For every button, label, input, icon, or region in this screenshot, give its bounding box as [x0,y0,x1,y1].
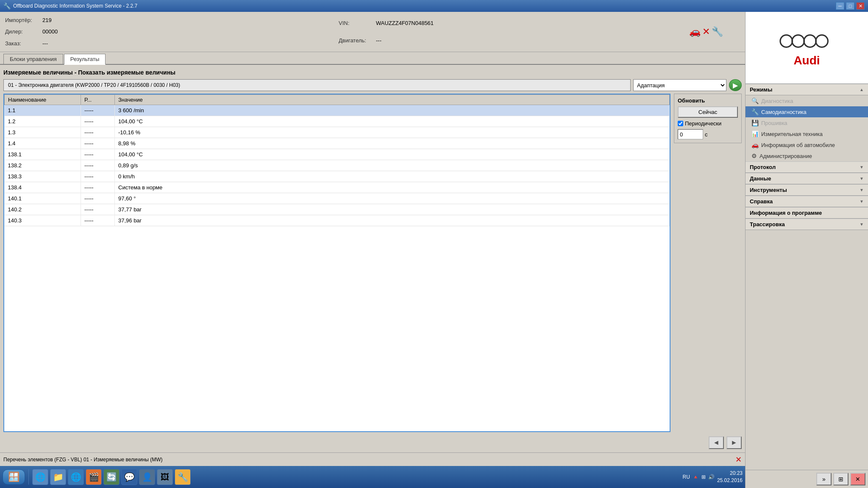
cell-value: 37,96 bar [115,215,670,226]
table-section: Наименование Р... Значение 1.1 ----- 3 6… [3,94,742,432]
app-title: Offboard Diagnostic Information System S… [13,3,137,9]
taskbar-icon-5[interactable]: 🔄 [103,469,120,485]
dealer-value: 00000 [42,28,58,35]
taskbar-icon-1[interactable]: 🌐 [32,469,48,485]
minimize-button[interactable]: ─ [836,2,844,10]
sidebar-close-button[interactable]: ✕ [850,473,865,485]
sidebar-item-selfdiag[interactable]: 🔧 Самодиагностика [746,106,868,117]
vin-value: WAUZZZ4F07N048561 [376,20,434,26]
table-row[interactable]: 1.2 ----- 104,00 °C [5,116,670,127]
header-col-left: Импортёр: 219 Дилер: 00000 Заказ: --- [5,14,339,49]
module-selector-label[interactable]: 01 - Электроника двигателя (KWP2000 / TP… [3,79,631,91]
cell-r: ----- [81,171,115,182]
col-r: Р... [81,95,115,105]
measurements-table: Наименование Р... Значение 1.1 ----- 3 6… [4,94,670,226]
sidebar-item-carinfo[interactable]: 🚗 Информация об автомобиле [746,139,868,150]
close-button[interactable]: ✕ [856,2,865,10]
svg-point-2 [804,35,816,47]
diagnostics-icon: 🔍 [751,97,759,104]
sidebar-section-4[interactable]: Информация о программе [746,207,868,219]
settings-icon[interactable]: 🔧 [712,26,723,37]
table-row[interactable]: 140.1 ----- 97,60 ° [5,193,670,204]
diagnostics-label: Диагностика [761,98,793,104]
cell-value: 0,89 g/s [115,160,670,171]
sidebar-forward-button[interactable]: » [816,473,832,485]
table-row[interactable]: 1.1 ----- 3 600 /min [5,105,670,116]
cell-r: ----- [81,149,115,160]
right-controls: Обновить Сейчас Периодически с [674,94,742,432]
maximize-button[interactable]: □ [846,2,854,10]
app-icon: 🔧 [3,3,11,9]
section-chevron: ▼ [860,222,864,227]
back-button[interactable]: ◄ [709,436,724,449]
cell-r: ----- [81,215,115,226]
tab-bloki[interactable]: Блоки управления [3,54,63,64]
go-button[interactable]: ▶ [729,79,742,91]
brand-name: Audi [793,54,820,67]
update-title: Обновить [678,97,738,104]
start-button[interactable]: 🪟 [3,469,25,485]
sidebar-section-3[interactable]: Справка▼ [746,196,868,207]
table-row[interactable]: 1.3 ----- -10,16 % [5,127,670,138]
periodic-label: Периодически [685,120,721,127]
sidebar-window-button[interactable]: ⊞ [833,473,849,485]
cell-r: ----- [81,116,115,127]
update-now-button[interactable]: Сейчас [678,106,738,118]
cell-value: 3 600 /min [115,105,670,116]
table-row[interactable]: 140.3 ----- 37,96 bar [5,215,670,226]
status-error-icon: ✕ [735,455,742,464]
taskbar-icon-4[interactable]: 🎬 [86,469,102,485]
sidebar-section-2[interactable]: Инструменты▼ [746,184,868,196]
date: 25.02.2016 [717,477,743,484]
sidebar-item-diagnostics[interactable]: 🔍 Диагностика [746,95,868,106]
cell-value: 0 km/h [115,171,670,182]
cell-r: ----- [81,105,115,116]
taskbar-icon-3[interactable]: 🌐 [68,469,84,485]
cell-id: 138.1 [5,149,81,160]
cell-id: 1.4 [5,138,81,149]
cell-id: 138.4 [5,182,81,193]
cell-id: 1.1 [5,105,81,116]
sidebar-section-5[interactable]: Трассировка▼ [746,219,868,230]
sidebar-item-admin[interactable]: ⚙ Администрирование [746,150,868,161]
periodic-input[interactable] [678,129,703,139]
table-row[interactable]: 138.1 ----- 104,00 °C [5,149,670,160]
tabs-bar: Блоки управления Результаты [0,52,745,65]
taskbar-icon-2[interactable]: 📁 [50,469,66,485]
adaptation-dropdown[interactable]: Адаптация Диагностика Измерение [633,79,726,91]
engine-label: Двигатель: [339,37,373,44]
svg-point-1 [792,35,804,47]
tab-results[interactable]: Результаты [64,54,106,65]
taskbar-icon-6[interactable]: 💬 [121,469,137,485]
sidebar-section-0[interactable]: Протокол▼ [746,161,868,173]
periodic-checkbox[interactable] [678,121,683,126]
section-chevron: ▼ [860,199,864,204]
table-row[interactable]: 138.4 ----- Система в норме [5,182,670,193]
table-row[interactable]: 140.2 ----- 37,77 bar [5,204,670,215]
engine-value: --- [376,37,381,44]
car-icon[interactable]: 🚗 [689,26,701,37]
measurement-icon: 📊 [751,130,759,137]
header-col-mid: VIN: WAUZZZ4F07N048561 Двигатель: --- [339,14,672,49]
dropdown-wrapper: Адаптация Диагностика Измерение [633,79,726,91]
unit-label: с [705,131,708,138]
firmware-label: Прошивка [761,120,787,126]
taskbar-icon-8[interactable]: 🖼 [157,469,173,485]
table-row[interactable]: 138.3 ----- 0 km/h [5,171,670,182]
taskbar-icon-7[interactable]: 👤 [139,469,155,485]
forward-button[interactable]: ► [726,436,742,449]
table-row[interactable]: 138.2 ----- 0,89 g/s [5,160,670,171]
sidebar-item-measurement[interactable]: 📊 Измерительная техника [746,128,868,139]
content-area: Измеряемые величины - Показать измеряемы… [0,65,745,452]
admin-label: Администрирование [760,153,812,159]
table-row[interactable]: 1.4 ----- 8,98 % [5,138,670,149]
cell-r: ----- [81,193,115,204]
delete-icon[interactable]: ✕ [702,26,710,37]
firmware-icon: 💾 [751,119,759,126]
time: 20:23 [717,470,743,477]
taskbar-icon-9[interactable]: 🔧 [175,469,191,485]
windows-icon: ⊞ [701,474,706,480]
sidebar-item-firmware[interactable]: 💾 Прошивка [746,117,868,128]
cell-r: ----- [81,160,115,171]
sidebar-section-1[interactable]: Данные▼ [746,173,868,184]
